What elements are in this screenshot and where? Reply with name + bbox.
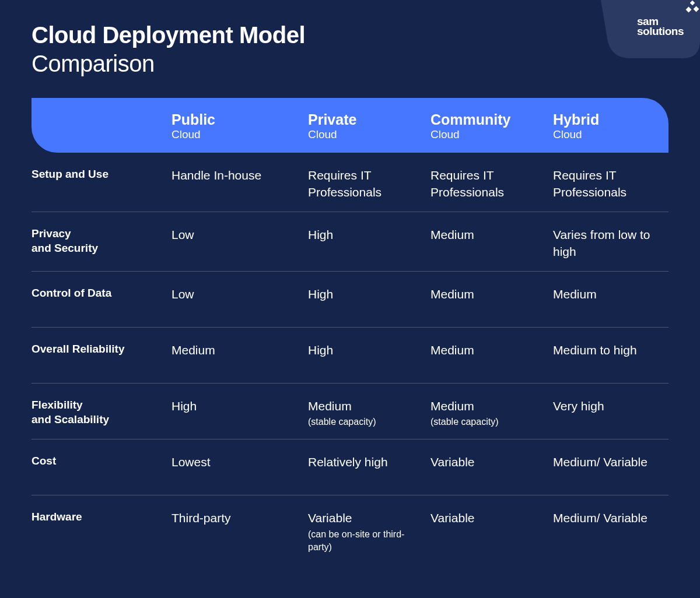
cell-text: Variable [430, 511, 475, 525]
table-cell: Medium [172, 342, 308, 372]
row-label: Hardware [32, 509, 172, 554]
cell-text: High [172, 399, 197, 413]
table-body: Setup and UseHandle In-houseRequires IT … [32, 153, 668, 565]
cell-text: Variable [430, 455, 475, 469]
table-cell: High [308, 342, 430, 372]
row-label: Cost [32, 453, 172, 484]
table-cell: High [308, 226, 430, 261]
cell-subtext: (stable capacity) [430, 416, 541, 428]
cell-text: High [308, 287, 333, 301]
table-cell: Medium [553, 286, 668, 316]
table-cell: Requires IT Professionals [430, 167, 553, 201]
table-cell: Requires IT Professionals [553, 167, 668, 201]
cell-text: Medium to high [553, 343, 637, 357]
table-cell: Variable [430, 453, 553, 484]
cell-text: Medium [553, 287, 597, 301]
cell-subtext: (can be on-site or third-party) [308, 528, 419, 554]
table-cell: Low [172, 286, 308, 316]
table-cell: Medium [430, 226, 553, 261]
brand-corner: sam solutions [583, 0, 700, 70]
table-cell: Medium [430, 342, 553, 372]
table-cell: Requires IT Professionals [308, 167, 430, 201]
table-row: HardwareThird-partyVariable(can be on-si… [32, 495, 668, 564]
table-cell: Variable [430, 509, 553, 554]
table-row: Control of DataLowHighMediumMedium [32, 272, 668, 328]
cell-text: Varies from low to high [553, 228, 650, 258]
table-row: Flexibilityand ScalabilityHighMedium(sta… [32, 384, 668, 440]
cell-text: Very high [553, 399, 604, 413]
cell-text: High [308, 228, 333, 241]
header-col-private: Private Cloud [308, 110, 430, 141]
table-cell: Lowest [172, 453, 308, 484]
row-label: Setup and Use [32, 167, 172, 201]
table-row: CostLowestRelatively highVariableMedium/… [32, 439, 668, 495]
cell-text: Low [172, 287, 194, 301]
svg-rect-0 [690, 1, 695, 5]
table-cell: Medium/ Variable [553, 509, 668, 554]
cell-text: Medium/ Variable [553, 455, 648, 469]
cell-text: Handle In-house [172, 168, 261, 182]
cell-text: Lowest [172, 455, 211, 469]
table-cell: Third-party [172, 509, 308, 554]
cell-text: High [308, 343, 333, 357]
table-header-row: Public Cloud Private Cloud Community Clo… [32, 98, 668, 153]
cell-subtext: (stable capacity) [308, 416, 419, 428]
cell-text: Medium [308, 399, 352, 413]
table-cell: High [308, 286, 430, 316]
svg-rect-1 [694, 6, 699, 12]
table-cell: Low [172, 226, 308, 261]
cell-text: Low [172, 228, 194, 241]
comparison-table: Public Cloud Private Cloud Community Clo… [0, 77, 700, 565]
cell-text: Medium/ Variable [553, 511, 648, 525]
cell-text: Requires IT Professionals [430, 168, 504, 199]
brand-line2: solutions [637, 26, 684, 36]
cell-text: Third-party [172, 511, 231, 525]
table-row: Privacyand SecurityLowHighMediumVaries f… [32, 212, 668, 272]
table-row: Overall ReliabilityMediumHighMediumMediu… [32, 328, 668, 384]
cell-text: Medium [430, 287, 474, 301]
cell-text: Requires IT Professionals [308, 168, 382, 199]
cell-text: Relatively high [308, 455, 388, 469]
cell-text: Requires IT Professionals [553, 168, 626, 199]
table-cell: Varies from low to high [553, 226, 668, 261]
header-col-hybrid: Hybrid Cloud [553, 110, 668, 141]
row-label: Flexibilityand Scalability [32, 398, 172, 429]
table-row: Setup and UseHandle In-houseRequires IT … [32, 153, 668, 212]
table-cell: High [172, 398, 308, 429]
table-cell: Medium(stable capacity) [430, 398, 553, 429]
table-cell: Medium to high [553, 342, 668, 372]
cell-text: Variable [308, 511, 352, 525]
cell-text: Medium [430, 343, 474, 357]
cell-text: Medium [430, 399, 474, 413]
row-label: Overall Reliability [32, 342, 172, 372]
table-cell: Handle In-house [172, 167, 308, 201]
svg-rect-2 [686, 7, 692, 13]
header-col-community: Community Cloud [430, 110, 553, 141]
cell-text: Medium [172, 343, 215, 357]
table-cell: Relatively high [308, 453, 430, 484]
table-cell: Medium/ Variable [553, 453, 668, 484]
header-col-public: Public Cloud [172, 110, 308, 141]
table-cell: Very high [553, 398, 668, 429]
brand-logo: sam solutions [637, 16, 684, 36]
row-label: Control of Data [32, 286, 172, 316]
table-cell: Variable(can be on-site or third-party) [308, 509, 430, 554]
table-cell: Medium [430, 286, 553, 316]
cell-text: Medium [430, 228, 474, 241]
table-cell: Medium(stable capacity) [308, 398, 430, 429]
row-label: Privacyand Security [32, 226, 172, 261]
